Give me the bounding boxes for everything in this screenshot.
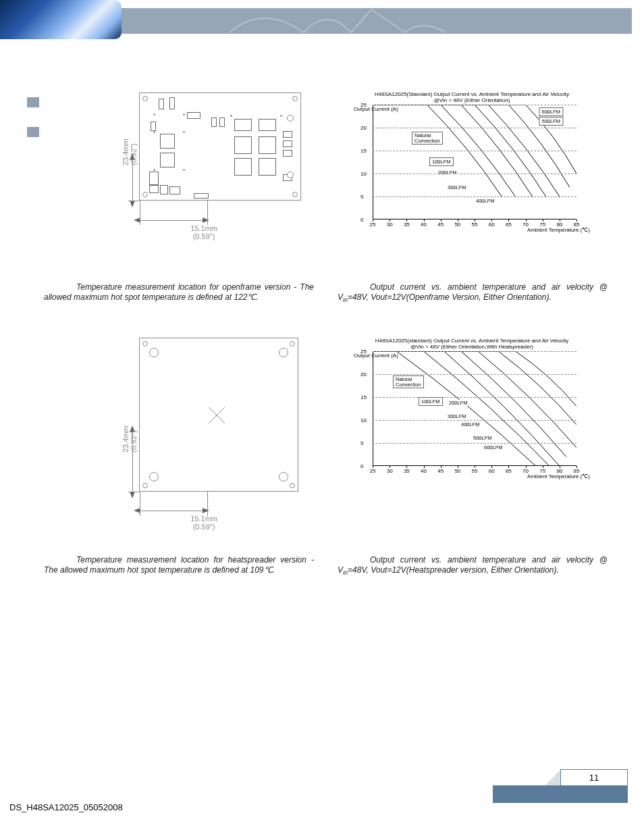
dim-line-horizontal [140,511,203,511]
dim-line-horizontal [140,220,203,221]
caption-chart-openframe: Output current vs. ambient temperature a… [338,282,608,305]
chart-xlabel: Ambient Temperature (℃) [527,228,590,233]
dim-vertical-label: 23.4mm(0.92") [122,152,138,165]
arrowhead-icon [203,508,209,513]
dim-vertical-label: 23.4mm(0.92") [122,439,138,452]
caption-chart-heatspreader: Output current vs. ambient temperature a… [338,555,608,577]
header-abstract-image [0,0,122,39]
pcb-heatspreader-diagram [139,338,298,492]
chart-title: H48SA12025(Standard) Output Current vs. … [354,91,590,103]
footer-bar [493,785,628,803]
page-number-tab: 11 [560,769,628,785]
chart-heatspreader: H48SA12025(standard) Output Current vs. … [354,338,590,473]
caption-openframe: Temperature measurement location for ope… [44,282,314,303]
document-id: DS_H48SA12025_05052008 [9,802,123,812]
caption-heatspreader: Temperature measurement location for hea… [44,555,314,575]
header-decor-lines [230,3,446,36]
chart-openframe: H48SA12025(Standard) Output Current vs. … [354,91,590,226]
dim-horizontal-label: 15.1mm(0.59") [177,224,231,240]
chart-plot-area: 051015202525303540455055606570758085Natu… [354,351,576,473]
chart-plot-area: 051015202525303540455055606570758085Natu… [354,105,576,226]
side-tab [27,97,39,107]
pcb-openframe-diagram [139,93,301,201]
x-mark-icon [207,406,226,425]
side-tab [27,127,39,137]
page-number: 11 [589,773,599,783]
dim-line-vertical [132,160,133,201]
dim-horizontal-label: 15.1mm(0.59") [177,515,231,531]
arrowhead-icon [130,201,135,207]
chart-xlabel: Ambient Temperature (℃) [527,474,590,479]
arrowhead-icon [130,492,135,498]
chart-title: H48SA12025(standard) Output Current vs. … [354,338,590,350]
arrowhead-icon [203,217,209,223]
